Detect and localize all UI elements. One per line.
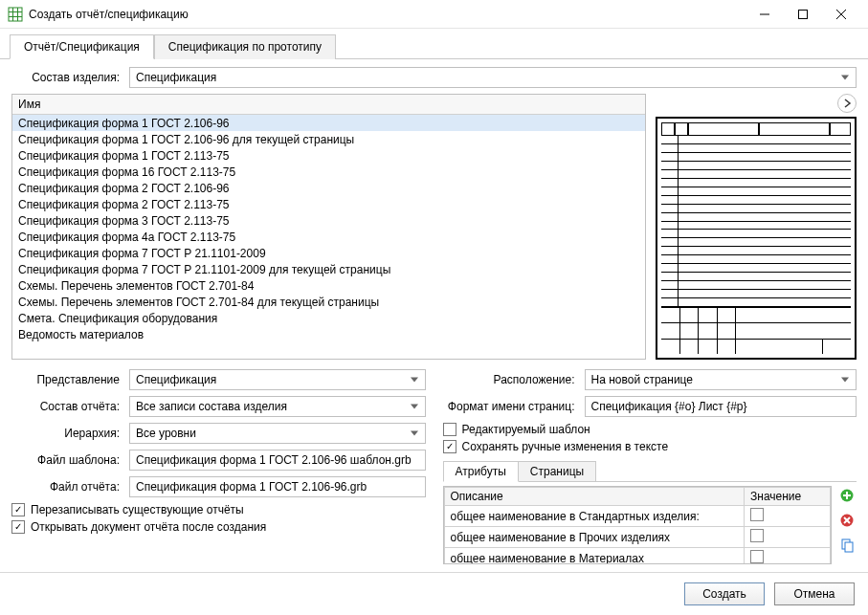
- hierarchy-select[interactable]: Все уровни: [129, 423, 426, 444]
- view-value: Спецификация: [136, 373, 216, 386]
- product-structure-label: Состав изделия:: [11, 71, 122, 84]
- open-after-row[interactable]: Открывать документ отчёта после создания: [11, 520, 426, 534]
- view-label: Представление: [11, 373, 122, 386]
- keep-manual-row[interactable]: Сохранять ручные изменения в тексте: [443, 440, 857, 453]
- left-column: Представление Спецификация Состав отчёта…: [11, 369, 426, 564]
- window-title: Создать отчёт/спецификацию: [29, 8, 746, 21]
- placement-label: Расположение:: [443, 373, 577, 386]
- lower-form: Представление Спецификация Состав отчёта…: [11, 369, 857, 564]
- keep-manual-checkbox[interactable]: [443, 440, 456, 453]
- copy-attribute-button[interactable]: [837, 536, 857, 555]
- template-list-item[interactable]: Спецификация форма 2 ГОСТ 2.113-75: [12, 196, 645, 212]
- attributes-side-buttons: [837, 486, 857, 564]
- template-list-item[interactable]: Спецификация форма 3 ГОСТ 2.113-75: [12, 212, 645, 229]
- subtab-pages[interactable]: Страницы: [518, 461, 596, 481]
- template-list-item[interactable]: Смета. Спецификация оборудования: [12, 310, 645, 326]
- upper-area: Имя Спецификация форма 1 ГОСТ 2.106-96Сп…: [11, 94, 857, 360]
- svg-rect-16: [845, 542, 853, 552]
- preview-column: [656, 94, 857, 360]
- product-structure-row: Состав изделия: Спецификация: [11, 67, 857, 88]
- page-name-value: Спецификация {#o} Лист {#p}: [591, 400, 747, 413]
- preview-expand-button[interactable]: [837, 94, 857, 113]
- attribute-row[interactable]: общее наименование в Материалах: [444, 548, 831, 565]
- attribute-row[interactable]: общее наименование в Стандартных изделия…: [444, 506, 831, 527]
- composition-label: Состав отчёта:: [11, 400, 122, 413]
- overwrite-row[interactable]: Перезаписывать существующие отчёты: [11, 503, 426, 516]
- report-file-value: Спецификация форма 1 ГОСТ 2.106-96.grb: [136, 480, 367, 494]
- editable-template-row[interactable]: Редактируемый шаблон: [443, 423, 857, 436]
- attribute-desc: общее наименование в Прочих изделиях: [444, 527, 745, 548]
- attribute-value[interactable]: [745, 506, 831, 527]
- template-list[interactable]: Имя Спецификация форма 1 ГОСТ 2.106-96Сп…: [11, 94, 646, 360]
- template-file-input[interactable]: Спецификация форма 1 ГОСТ 2.106-96 шабло…: [129, 450, 426, 471]
- minimize-button[interactable]: [746, 1, 784, 28]
- hierarchy-label: Иерархия:: [11, 427, 122, 440]
- template-list-item[interactable]: Спецификация форма 1 ГОСТ 2.106-96: [12, 115, 645, 131]
- attributes-wrap: Описание Значение общее наименование в С…: [443, 482, 857, 564]
- keep-manual-label: Сохранять ручные изменения в тексте: [462, 440, 669, 453]
- attribute-value[interactable]: [745, 527, 831, 548]
- main-tabstrip: Отчёт/Спецификация Спецификация по прото…: [0, 29, 868, 59]
- page-name-label: Формат имени страниц:: [443, 400, 577, 413]
- template-file-label: Файл шаблона:: [11, 453, 122, 467]
- template-file-value: Спецификация форма 1 ГОСТ 2.106-96 шабло…: [136, 453, 412, 467]
- product-structure-select[interactable]: Спецификация: [129, 67, 857, 88]
- svg-rect-0: [9, 8, 22, 21]
- titlebar: Создать отчёт/спецификацию: [0, 0, 868, 29]
- composition-select[interactable]: Все записи состава изделия: [129, 396, 426, 417]
- svg-rect-6: [799, 10, 808, 18]
- overwrite-label: Перезаписывать существующие отчёты: [31, 503, 244, 516]
- template-list-item[interactable]: Схемы. Перечень элементов ГОСТ 2.701-84 …: [12, 294, 645, 310]
- product-structure-value: Спецификация: [136, 71, 216, 84]
- attribute-desc: общее наименование в Материалах: [444, 548, 745, 565]
- editable-template-checkbox[interactable]: [443, 423, 456, 436]
- tab-report[interactable]: Отчёт/Спецификация: [10, 34, 154, 59]
- overwrite-checkbox[interactable]: [11, 503, 25, 516]
- attr-col-val: Значение: [745, 488, 831, 506]
- attribute-row[interactable]: общее наименование в Прочих изделиях: [444, 527, 831, 548]
- subtabstrip: Атрибуты Страницы: [443, 461, 857, 482]
- tab-prototype[interactable]: Спецификация по прототипу: [154, 34, 336, 59]
- close-button[interactable]: [822, 1, 860, 28]
- attribute-desc: общее наименование в Стандартных изделия…: [444, 506, 745, 527]
- open-after-label: Открывать документ отчёта после создания: [31, 520, 266, 534]
- view-select[interactable]: Спецификация: [129, 369, 426, 390]
- hierarchy-value: Все уровни: [136, 427, 196, 440]
- add-attribute-button[interactable]: [837, 486, 857, 505]
- placement-value: На новой странице: [591, 373, 694, 386]
- template-list-item[interactable]: Спецификация форма 4а ГОСТ 2.113-75: [12, 229, 645, 245]
- template-list-item[interactable]: Спецификация форма 7 ГОСТ Р 21.1101-2009…: [12, 261, 645, 277]
- subtab-attributes[interactable]: Атрибуты: [443, 461, 519, 482]
- footer: Создать Отмена: [0, 572, 868, 615]
- maximize-button[interactable]: [784, 1, 822, 28]
- template-list-header: Имя: [12, 95, 645, 115]
- page-name-input[interactable]: Спецификация {#o} Лист {#p}: [585, 396, 857, 417]
- cancel-button[interactable]: Отмена: [774, 582, 855, 605]
- attribute-value[interactable]: [745, 548, 831, 565]
- template-list-item[interactable]: Спецификация форма 7 ГОСТ Р 21.1101-2009: [12, 245, 645, 261]
- remove-attribute-button[interactable]: [837, 511, 857, 530]
- open-after-checkbox[interactable]: [11, 520, 25, 534]
- app-icon: [8, 7, 23, 22]
- create-button[interactable]: Создать: [684, 582, 765, 605]
- composition-value: Все записи состава изделия: [136, 400, 287, 413]
- report-file-label: Файл отчёта:: [11, 480, 122, 494]
- template-list-item[interactable]: Ведомость материалов: [12, 326, 645, 342]
- right-column: Расположение: На новой странице Формат и…: [443, 369, 857, 564]
- report-file-input[interactable]: Спецификация форма 1 ГОСТ 2.106-96.grb: [129, 476, 426, 497]
- template-list-item[interactable]: Спецификация форма 1 ГОСТ 2.106-96 для т…: [12, 131, 645, 147]
- editable-template-label: Редактируемый шаблон: [462, 423, 590, 436]
- attr-col-desc: Описание: [444, 488, 745, 506]
- template-list-item[interactable]: Спецификация форма 16 ГОСТ 2.113-75: [12, 164, 645, 180]
- template-list-item[interactable]: Схемы. Перечень элементов ГОСТ 2.701-84: [12, 277, 645, 294]
- attributes-table[interactable]: Описание Значение общее наименование в С…: [443, 486, 833, 564]
- template-preview: [656, 117, 857, 360]
- template-list-item[interactable]: Спецификация форма 2 ГОСТ 2.106-96: [12, 180, 645, 196]
- template-list-item[interactable]: Спецификация форма 1 ГОСТ 2.113-75: [12, 147, 645, 164]
- placement-select[interactable]: На новой странице: [585, 369, 857, 390]
